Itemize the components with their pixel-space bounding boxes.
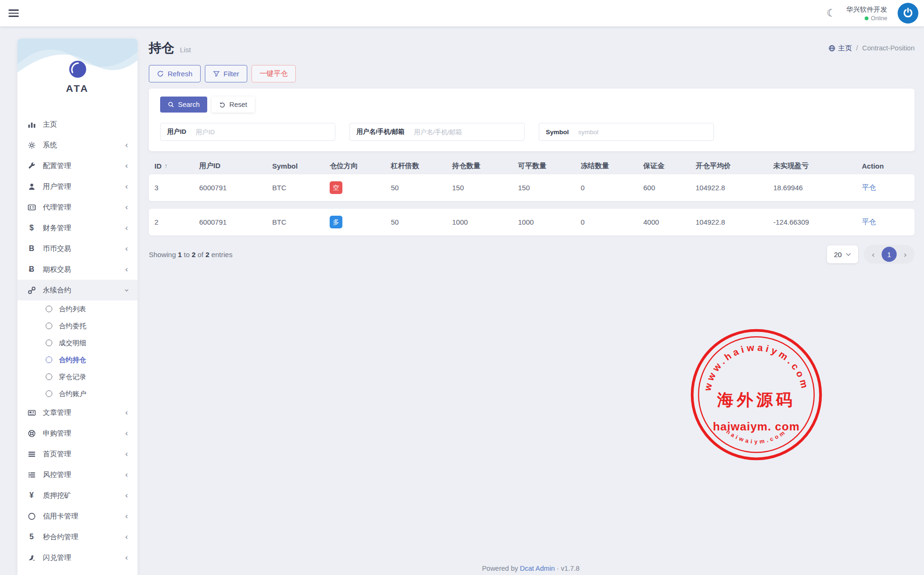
chevron-left-icon: ‹ bbox=[125, 224, 128, 232]
list-indent-icon bbox=[27, 470, 36, 479]
sidebar-item-label: 配置管理 bbox=[43, 162, 125, 170]
breadcrumb-home-link[interactable]: 主页 bbox=[828, 44, 852, 53]
sidebar-item-spot[interactable]: B币币交易‹ bbox=[17, 238, 138, 259]
filter-input-2[interactable] bbox=[575, 129, 713, 136]
sidebar-item-user[interactable]: 用户管理‹ bbox=[17, 176, 138, 197]
version-label: v1.7.8 bbox=[561, 565, 580, 572]
sidebar-item-system[interactable]: 系统‹ bbox=[17, 135, 138, 155]
sidebar-subitem-contract-account[interactable]: 合约账户 bbox=[17, 385, 138, 402]
filter-input-1[interactable] bbox=[411, 129, 524, 136]
close-position-link[interactable]: 平仓 bbox=[862, 218, 876, 226]
search-actions: Search Reset bbox=[160, 97, 903, 113]
sidebar-item-seconds[interactable]: 5秒合约管理‹ bbox=[17, 526, 138, 547]
life-ring-icon bbox=[27, 429, 36, 437]
sidebar-subitem-contract-order[interactable]: 合约委托 bbox=[17, 317, 138, 334]
column-header-8: 保证金 bbox=[643, 162, 696, 170]
cell-3: 多 bbox=[330, 216, 391, 228]
column-header-5: 持仓数量 bbox=[452, 162, 518, 170]
sidebar-item-label: 闪兑管理 bbox=[43, 553, 125, 562]
circle-icon bbox=[46, 306, 52, 312]
sidebar-subitem-liquidation-record[interactable]: 穿仓记录 bbox=[17, 368, 138, 385]
sidebar-subitem-contract-list[interactable]: 合约列表 bbox=[17, 300, 138, 317]
filter-fields: 用户ID用户名/手机/邮箱Symbol bbox=[160, 123, 903, 141]
page-subtitle: List bbox=[180, 46, 191, 54]
cell-8: 600 bbox=[643, 184, 696, 192]
cell-4: 50 bbox=[391, 184, 452, 192]
cell-7: 0 bbox=[581, 218, 643, 226]
search-panel: Search Reset 用户ID用户名/手机/邮箱Symbol bbox=[149, 89, 915, 151]
id-card-icon bbox=[27, 203, 36, 211]
bars-icon bbox=[27, 450, 36, 458]
menu-toggle-button[interactable] bbox=[8, 9, 19, 17]
sidebar-item-creditcard[interactable]: 信用卡管理‹ bbox=[17, 506, 138, 526]
cell-8: 4000 bbox=[643, 218, 696, 226]
toolbar: Refresh Filter 一键平仓 bbox=[149, 65, 915, 82]
column-header-label: ID bbox=[154, 162, 162, 170]
column-header-label: 冻结数量 bbox=[581, 162, 609, 170]
cell-0: 3 bbox=[154, 184, 199, 192]
chevron-left-icon: ‹ bbox=[125, 266, 128, 274]
position-side-badge: 空 bbox=[330, 181, 342, 194]
sidebar-subitem-label: 合约账户 bbox=[59, 389, 86, 398]
chevron-left-icon: ‹ bbox=[125, 471, 128, 479]
sidebar-subitem-trade-detail[interactable]: 成交明细 bbox=[17, 334, 138, 351]
sidebar-item-config[interactable]: 配置管理‹ bbox=[17, 155, 138, 176]
sidebar-card: ATA 主页系统‹配置管理‹用户管理‹代理管理‹$财务管理‹B币币交易‹Ƀ期权交… bbox=[17, 39, 138, 575]
sidebar-item-homepage[interactable]: 首页管理‹ bbox=[17, 444, 138, 464]
chevron-left-icon: ‹ bbox=[125, 429, 128, 437]
column-header-6: 可平数量 bbox=[518, 162, 581, 170]
table-row: 36000791BTC空501501500600104922.818.69946… bbox=[149, 174, 915, 201]
sidebar-item-home[interactable]: 主页 bbox=[17, 114, 138, 135]
user-name: 华兴软件开发 bbox=[846, 5, 887, 14]
dark-mode-icon[interactable]: ☾ bbox=[827, 8, 836, 18]
sidebar-item-subscribe[interactable]: 申购管理‹ bbox=[17, 423, 138, 444]
sort-up-icon[interactable]: ↑ bbox=[164, 162, 168, 170]
bitcoin-icon: Ƀ bbox=[27, 265, 36, 274]
refresh-button[interactable]: Refresh bbox=[149, 65, 201, 82]
chevron-left-icon: ‹ bbox=[125, 203, 128, 211]
next-page-button[interactable]: › bbox=[901, 250, 909, 259]
breadcrumb-separator: / bbox=[856, 44, 858, 52]
close-position-link[interactable]: 平仓 bbox=[862, 183, 876, 191]
chevron-left-icon: ‹ bbox=[125, 492, 128, 500]
cell-11: 平仓 bbox=[862, 183, 915, 192]
column-header-0[interactable]: ID↑ bbox=[154, 162, 199, 170]
column-header-3: 仓位方向 bbox=[330, 162, 391, 170]
page-1-button[interactable]: 1 bbox=[882, 247, 897, 262]
user-menu[interactable]: 华兴软件开发 Online bbox=[846, 5, 887, 22]
column-header-label: 可平数量 bbox=[518, 162, 546, 170]
filter-group-1: 用户名/手机/邮箱 bbox=[349, 123, 525, 141]
sidebar-item-article[interactable]: 文章管理‹ bbox=[17, 402, 138, 423]
sidebar-item-finance[interactable]: $财务管理‹ bbox=[17, 218, 138, 238]
breadcrumb-current: Contract-Position bbox=[862, 44, 915, 52]
sidebar-item-risk[interactable]: 风控管理‹ bbox=[17, 464, 138, 485]
cell-11: 平仓 bbox=[862, 218, 915, 227]
column-header-9: 开仓平均价 bbox=[696, 162, 773, 170]
brand[interactable]: ATA bbox=[17, 39, 138, 114]
dcat-admin-link[interactable]: Dcat Admin bbox=[520, 565, 555, 572]
table-row: 26000791BTC多501000100004000104922.8-124.… bbox=[149, 209, 915, 235]
power-icon bbox=[902, 7, 914, 19]
sidebar-item-perpetual[interactable]: 永续合约‹ bbox=[17, 280, 138, 300]
search-button[interactable]: Search bbox=[160, 97, 207, 113]
sidebar-subitem-contract-position[interactable]: 合约持仓 bbox=[17, 351, 138, 368]
avatar[interactable] bbox=[898, 3, 918, 24]
sidebar-item-agent[interactable]: 代理管理‹ bbox=[17, 197, 138, 218]
sidebar-item-option[interactable]: Ƀ期权交易‹ bbox=[17, 259, 138, 280]
sidebar-item-label: 秒合约管理 bbox=[43, 533, 125, 542]
pagination-row: Showing 1 to 2 of 2 entries 20 ‹ 1 › bbox=[149, 245, 915, 264]
circle-icon bbox=[46, 390, 52, 397]
filter-button[interactable]: Filter bbox=[205, 65, 247, 82]
prev-page-button[interactable]: ‹ bbox=[869, 250, 877, 259]
column-header-label: 用户ID bbox=[199, 162, 220, 170]
sidebar-item-staking[interactable]: ¥质押挖矿‹ bbox=[17, 485, 138, 506]
close-all-positions-button[interactable]: 一键平仓 bbox=[251, 65, 296, 82]
filter-group-2: Symbol bbox=[539, 123, 714, 141]
filter-input-0[interactable] bbox=[193, 129, 335, 136]
per-page-select[interactable]: 20 bbox=[827, 245, 858, 263]
reset-button[interactable]: Reset bbox=[211, 97, 255, 113]
circle-icon bbox=[46, 356, 52, 363]
sidebar-item-flash[interactable]: 闪兑管理‹ bbox=[17, 547, 138, 568]
entries-summary: Showing 1 to 2 of 2 entries bbox=[149, 251, 233, 259]
logo-icon bbox=[69, 60, 87, 78]
